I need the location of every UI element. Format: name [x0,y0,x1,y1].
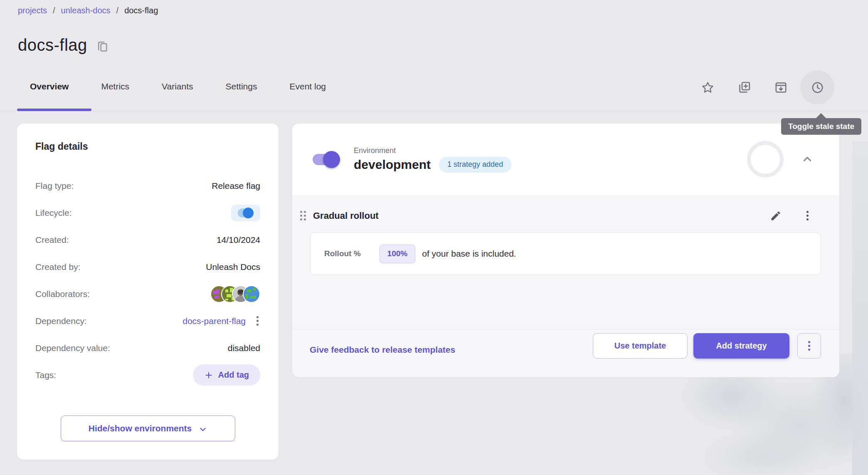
tooltip: Toggle stale state [781,118,861,135]
breadcrumb-separator: / [53,6,55,15]
archive-flag-button[interactable] [764,70,798,104]
favorite-button[interactable] [690,70,725,104]
environment-toggle[interactable] [313,154,338,165]
environment-footer: Give feedback to release templates Use t… [292,329,839,377]
tab-variants[interactable]: Variants [161,77,194,96]
created-value: 14/10/2024 [217,235,260,245]
star-icon [701,81,715,94]
flag-details-title: Flag details [35,141,260,152]
rollout-progress-ring [747,141,784,178]
clock-icon [811,81,824,94]
dependency-value: disabled [228,343,260,353]
background-edge-strip [852,141,868,475]
release-templates-feedback-link[interactable]: Give feedback to release templates [310,345,455,355]
use-template-button[interactable]: Use template [593,333,688,359]
flag-actions-toolbar [699,70,826,104]
breadcrumb-projects-link[interactable]: projects [18,6,47,15]
environment-header: Environment development 1 strategy added [292,124,839,195]
edit-strategy-icon[interactable] [770,210,782,222]
tab-overview[interactable]: Overview [29,77,69,96]
collaborators-label: Collaborators: [35,289,90,299]
copy-name-icon[interactable] [96,40,109,53]
chevron-down-icon [198,425,207,434]
flag-details-card: Flag details Flag type: Release flag Lif… [17,124,279,460]
tab-metrics[interactable]: Metrics [100,77,130,96]
add-tag-button[interactable]: Add tag [193,364,260,386]
created-row: Created: 14/10/2024 [35,226,260,253]
environment-card: Environment development 1 strategy added… [292,124,839,377]
plus-icon [204,371,213,380]
toggle-knob [323,151,340,168]
environment-label: Environment [354,146,511,155]
created-by-label: Created by: [35,262,81,272]
lifecycle-row: Lifecycle: [35,199,260,226]
collaborators-row: Collaborators: [35,280,260,307]
tags-label: Tags: [35,370,56,380]
environment-name: development [354,158,431,172]
archive-icon [774,81,788,94]
lifecycle-stage-icon[interactable] [231,205,260,221]
tab-settings[interactable]: Settings [225,77,258,96]
breadcrumb: projects / unleash-docs / docs-flag [18,6,158,15]
strategy-header: Gradual rollout [292,209,839,222]
dependency-link[interactable]: docs-parent-flag [182,316,246,326]
strategy-menu-button[interactable] [805,209,810,222]
flag-type-label: Flag type: [35,181,74,191]
breadcrumb-project-link[interactable]: unleash-docs [61,6,111,15]
tabs-divider [0,111,868,111]
dependency-label: Dependency: [35,316,87,326]
breadcrumb-separator: / [116,6,119,15]
tab-bar: Overview Metrics Variants Settings Event… [29,77,327,96]
tags-row: Tags: Add tag [35,361,260,388]
add-strategy-button[interactable]: Add strategy [693,333,789,359]
collaborator-avatars [210,285,260,303]
created-label: Created: [35,235,69,245]
more-strategies-menu-button[interactable] [797,333,821,359]
breadcrumb-current: docs-flag [124,6,158,15]
toggle-stale-button[interactable] [800,70,834,104]
strategy-title: Gradual rollout [313,210,379,221]
copy-flag-button[interactable] [727,70,761,104]
flag-type-value: Release flag [212,181,260,191]
collaborator-avatar [243,285,260,303]
flag-type-row: Flag type: Release flag [35,172,260,199]
dependency-menu-button[interactable] [255,314,260,327]
page-title: docs-flag [18,36,87,54]
drag-handle[interactable] [298,209,308,222]
chevron-up-icon[interactable] [801,153,814,166]
flag-overview-page: projects / unleash-docs / docs-flag docs… [0,0,868,475]
rollout-description: of your base is included. [422,249,516,259]
dependency-value-row: Dependency value: disabled [35,334,260,361]
tab-event-log[interactable]: Event log [289,77,327,96]
created-by-value: Unleash Docs [206,262,260,272]
kebab-icon [806,339,812,352]
lifecycle-label: Lifecycle: [35,208,72,218]
page-title-row: docs-flag [18,36,109,54]
strategy-count-badge: 1 strategy added [439,157,511,173]
dependency-value-label: Dependency value: [35,343,110,353]
rollout-label: Rollout % [324,249,361,258]
rollout-value-badge: 100% [380,245,416,263]
hide-show-environments-button[interactable]: Hide/show environments [61,416,235,441]
rollout-summary: Rollout % 100% of your base is included. [310,233,821,275]
dependency-row: Dependency: docs-parent-flag [35,307,260,334]
copy-plus-icon [737,81,751,94]
created-by-row: Created by: Unleash Docs [35,253,260,280]
